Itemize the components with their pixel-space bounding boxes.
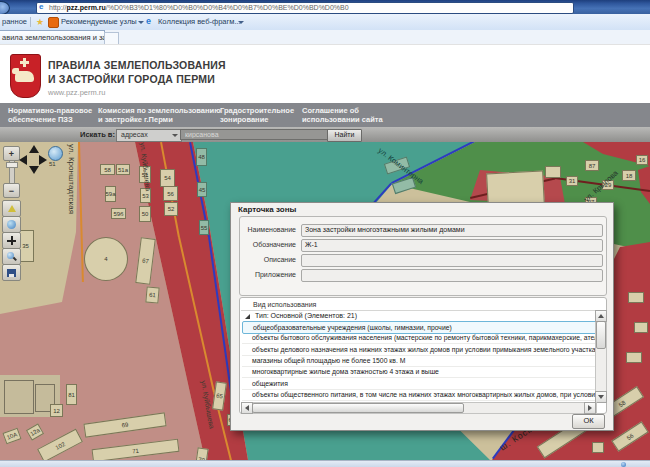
building: 16 xyxy=(636,155,648,165)
search-in-label: Искать в: xyxy=(80,130,115,139)
zoom-extent-button[interactable] xyxy=(2,248,21,265)
nav-item-normative[interactable]: Нормативно-правовое обеспечение ПЗЗ xyxy=(8,107,92,124)
chevron-down-icon[interactable] xyxy=(238,21,244,24)
building: 54 xyxy=(160,169,175,187)
chevron-down-icon xyxy=(172,134,178,137)
list-item[interactable]: многоквартирные жилые дома этажностью 4 … xyxy=(242,366,604,378)
favorites-label[interactable]: ранное xyxy=(2,14,27,30)
address-input[interactable]: http://pzz.perm.ru/%D0%B3%D1%80%D0%B0%D0… xyxy=(36,2,574,14)
dialog-title: Карточка зоны xyxy=(238,205,296,214)
screen: http://pzz.perm.ru/%D0%B3%D1%80%D0%B0%D0… xyxy=(0,0,650,467)
scroll-right-button[interactable] xyxy=(584,402,596,414)
building xyxy=(628,292,644,303)
list-item[interactable]: объекты общественного питания, в том чис… xyxy=(242,389,604,401)
field-value-name[interactable]: Зона застройки многоэтажными жилыми дома… xyxy=(301,224,603,237)
nav-item-zoning[interactable]: Градостроительное зонирование xyxy=(220,107,294,124)
field-label-designation: Обозначение xyxy=(240,239,296,251)
web-slices-button[interactable]: Коллекция веб-фрагм... xyxy=(158,14,241,30)
building: 58 xyxy=(100,164,115,175)
pan-left-arrow-icon[interactable] xyxy=(19,155,27,165)
horizontal-scroll-thumb[interactable] xyxy=(252,403,464,413)
site-header: ПРАВИЛА ЗЕМЛЕПОЛЬЗОВАНИЯ И ЗАСТРОЙКИ ГОР… xyxy=(0,44,650,104)
zoom-slider-thumb[interactable] xyxy=(6,162,18,168)
vertical-scroll-thumb[interactable] xyxy=(596,321,606,349)
ie-favicon-icon: e xyxy=(39,3,47,11)
building xyxy=(634,322,648,333)
globe-grid-icon[interactable] xyxy=(48,146,63,161)
building-number: 51 xyxy=(49,161,56,167)
list-group-row[interactable]: Тип: Основной (Элементов: 21) xyxy=(241,311,595,321)
nav-item-commission[interactable]: Комиссия по землепользованию и застройке… xyxy=(98,107,221,124)
page-title-line1: ПРАВИЛА ЗЕМЛЕПОЛЬЗОВАНИЯ xyxy=(48,59,226,71)
page-title-line2: И ЗАСТРОЙКИ ГОРОДА ПЕРМИ xyxy=(48,73,215,85)
zoom-in-button[interactable]: + xyxy=(3,146,20,161)
url-path: /%D0%B3%D1%80%D0%B0%D0%B4%D0%B7%D0%BE%D0… xyxy=(106,4,349,11)
zoom-out-button[interactable]: − xyxy=(3,183,20,198)
ok-button[interactable]: ОК xyxy=(572,414,605,429)
favorites-star-icon[interactable]: ★ xyxy=(36,16,44,28)
field-label-attachment: Приложение xyxy=(240,269,296,281)
list-header: Вид использования xyxy=(241,299,607,311)
url-domain: pzz.perm.ru xyxy=(67,4,106,11)
building: 87 xyxy=(585,160,599,171)
search-bar: Искать в: адресах Найти xyxy=(0,127,650,143)
building: 61 xyxy=(145,286,159,303)
building: 70 xyxy=(194,447,208,460)
list-item[interactable]: общежития xyxy=(242,378,604,390)
search-button[interactable]: Найти xyxy=(327,129,362,142)
list-item[interactable]: объекты делового назначения на нижних эт… xyxy=(242,344,604,356)
status-zoom-icon xyxy=(621,462,626,467)
chevron-down-icon[interactable] xyxy=(138,21,144,24)
building-outline xyxy=(4,380,34,414)
expander-icon[interactable] xyxy=(245,314,250,319)
search-category-select[interactable]: адресах xyxy=(116,129,182,142)
field-label-description: Описание xyxy=(240,254,296,266)
field-value-attachment[interactable] xyxy=(301,269,603,282)
url-scheme: http:// xyxy=(49,4,67,11)
suggested-sites-button[interactable]: Рекомендуемые узлы xyxy=(61,14,137,30)
back-button[interactable] xyxy=(0,1,10,15)
building: 51а xyxy=(116,164,130,175)
building: 50 xyxy=(139,206,151,222)
status-bar xyxy=(0,460,650,467)
measure-tool-button[interactable] xyxy=(2,200,21,217)
zone-attributes-group: Наименование Зона застройки многоэтажным… xyxy=(239,216,607,296)
building xyxy=(592,442,604,453)
building: 45 xyxy=(197,182,207,197)
globe-tool-button[interactable] xyxy=(2,216,21,233)
main-nav: Нормативно-правовое обеспечение ПЗЗ Коми… xyxy=(0,103,650,128)
search-input[interactable] xyxy=(180,129,328,140)
favorites-bar: ранное ★ Рекомендуемые узлы e Коллекция … xyxy=(0,14,650,31)
field-label-name: Наименование xyxy=(240,224,296,236)
building: 52 xyxy=(164,202,178,216)
building: 48 xyxy=(196,148,207,166)
pan-right-arrow-icon[interactable] xyxy=(39,155,47,165)
pan-up-arrow-icon[interactable] xyxy=(29,145,39,153)
save-tool-button[interactable] xyxy=(2,264,21,281)
building: 56 xyxy=(163,186,178,201)
building: 59б xyxy=(111,208,126,219)
list-item[interactable]: объекты бытового обслуживания населения … xyxy=(242,332,604,344)
suggested-sites-icon xyxy=(48,17,59,28)
tab-bar: авила землепользования и застройки город… xyxy=(0,30,650,44)
building: 55 xyxy=(199,220,209,235)
building: 12 xyxy=(50,404,63,417)
building: 31 xyxy=(566,176,578,186)
pan-tool-button[interactable] xyxy=(2,232,21,249)
pan-down-arrow-icon[interactable] xyxy=(29,166,39,174)
street-label-kronshtadtskaya: ул. Кронштадтская xyxy=(67,144,76,214)
perm-coat-of-arms-logo xyxy=(10,54,41,98)
building: 81 xyxy=(66,384,77,405)
nav-item-agreement[interactable]: Соглашение об использовании сайта xyxy=(302,107,383,124)
use-type-list-group: Вид использования Тип: Основной (Элемент… xyxy=(239,297,607,414)
divider xyxy=(30,17,31,27)
building: 59а xyxy=(105,186,116,202)
browser-address-bar: http://pzz.perm.ru/%D0%B3%D1%80%D0%B0%D0… xyxy=(0,0,650,14)
zone-card-dialog: Карточка зоны Наименование Зона застройк… xyxy=(230,202,614,431)
web-slices-icon: e xyxy=(146,17,155,26)
field-value-description[interactable] xyxy=(301,254,603,267)
building xyxy=(626,352,642,363)
building-round: 4 xyxy=(84,237,128,281)
list-item[interactable]: магазины общей площадью не более 1500 кв… xyxy=(242,355,604,367)
field-value-designation[interactable]: Ж-1 xyxy=(301,239,603,252)
